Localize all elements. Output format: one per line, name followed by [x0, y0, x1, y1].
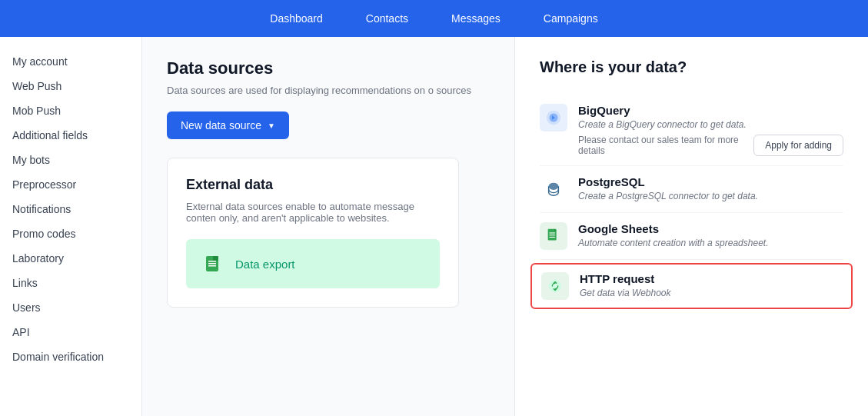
sidebar-item-api[interactable]: API: [0, 320, 141, 344]
sidebar-item-notifications[interactable]: Notifications: [0, 197, 141, 221]
sidebar: My account Web Push Mob Push Additional …: [0, 37, 142, 416]
postgresql-desc: Create a PostgreSQL connector to get dat…: [578, 191, 843, 201]
bigquery-name: BigQuery: [578, 104, 843, 117]
svg-rect-10: [550, 237, 555, 238]
chevron-down-icon: ▼: [268, 121, 275, 130]
sidebar-item-mob-push[interactable]: Mob Push: [0, 98, 141, 123]
svg-rect-8: [550, 232, 555, 233]
sidebar-item-users[interactable]: Users: [0, 295, 141, 320]
sidebar-item-preprocessor[interactable]: Preprocessor: [0, 172, 141, 197]
bigquery-sales-row: Please contact our sales team for more d…: [578, 135, 843, 156]
datasource-postgresql[interactable]: PostgreSQL Create a PostgreSQL connector…: [540, 166, 843, 213]
external-card-title: External data: [186, 177, 440, 193]
svg-rect-2: [208, 263, 216, 265]
data-export-button[interactable]: Data export: [186, 239, 440, 288]
sidebar-item-my-account[interactable]: My account: [0, 49, 141, 74]
http-icon: [541, 272, 569, 300]
sidebar-item-laboratory[interactable]: Laboratory: [0, 246, 141, 271]
panel-title: Where is your data?: [540, 58, 843, 76]
nav-contacts[interactable]: Contacts: [360, 9, 414, 28]
bigquery-sales-text: Please contact our sales team for more d…: [578, 135, 744, 156]
google-sheets-name: Google Sheets: [578, 222, 843, 235]
nav-campaigns[interactable]: Campaigns: [537, 9, 604, 28]
datasource-google-sheets[interactable]: Google Sheets Automate content creation …: [540, 213, 843, 260]
http-desc: Get data via Webhook: [580, 288, 842, 298]
sidebar-item-domain-verification[interactable]: Domain verification: [0, 344, 141, 369]
apply-for-adding-button[interactable]: Apply for adding: [753, 135, 843, 156]
nav-messages[interactable]: Messages: [445, 9, 507, 28]
new-datasource-label: New data source: [181, 119, 261, 131]
nav-dashboard[interactable]: Dashboard: [264, 9, 329, 28]
sidebar-item-links[interactable]: Links: [0, 271, 141, 295]
top-navigation: Dashboard Contacts Messages Campaigns: [0, 0, 868, 37]
sidebar-item-my-bots[interactable]: My bots: [0, 148, 141, 172]
data-export-label: Data export: [235, 258, 295, 271]
external-card-description: External data sources enable to automate…: [186, 201, 440, 224]
page-title: Data sources: [167, 58, 490, 78]
postgresql-name: PostgreSQL: [578, 175, 843, 188]
main-content: Data sources Data sources are used for d…: [142, 37, 514, 416]
sidebar-item-promo-codes[interactable]: Promo codes: [0, 221, 141, 246]
svg-rect-1: [208, 261, 216, 262]
right-panel: Where is your data? BigQuery Create a Bi…: [514, 37, 868, 416]
google-sheets-icon: [540, 222, 567, 250]
svg-rect-9: [550, 235, 555, 235]
svg-rect-4: [213, 256, 218, 261]
sidebar-item-web-push[interactable]: Web Push: [0, 74, 141, 98]
page-description: Data sources are used for displaying rec…: [167, 85, 474, 96]
main-layout: My account Web Push Mob Push Additional …: [0, 37, 868, 416]
google-sheets-info: Google Sheets Automate content creation …: [578, 222, 843, 248]
bigquery-desc: Create a BigQuery connector to get data.: [578, 119, 843, 130]
bigquery-icon: [540, 104, 567, 131]
svg-point-6: [549, 183, 559, 190]
svg-rect-3: [208, 265, 216, 267]
datasource-bigquery[interactable]: BigQuery Create a BigQuery connector to …: [540, 95, 843, 166]
bigquery-info: BigQuery Create a BigQuery connector to …: [578, 104, 843, 156]
google-sheets-desc: Automate content creation with a spreads…: [578, 238, 843, 248]
postgresql-icon: [540, 175, 567, 203]
sidebar-item-additional-fields[interactable]: Additional fields: [0, 123, 141, 148]
datasource-http[interactable]: HTTP request Get data via Webhook: [530, 263, 853, 309]
postgresql-info: PostgreSQL Create a PostgreSQL connector…: [578, 175, 843, 201]
external-data-card: External data External data sources enab…: [167, 158, 459, 308]
http-info: HTTP request Get data via Webhook: [580, 272, 842, 298]
sheets-icon: [198, 250, 226, 278]
http-name: HTTP request: [580, 272, 842, 285]
new-datasource-button[interactable]: New data source ▼: [167, 111, 289, 139]
